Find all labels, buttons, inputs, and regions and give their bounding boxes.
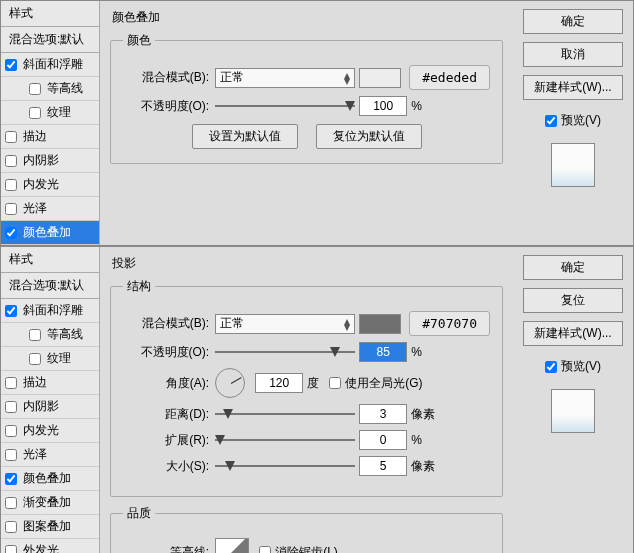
global-light-checkbox[interactable]: 使用全局光(G) <box>329 375 422 392</box>
sidebar-item-label: 颜色叠加 <box>23 224 71 241</box>
blend-mode-label: 混合模式(B): <box>123 315 209 332</box>
sidebar-item[interactable]: 内阴影 <box>1 395 99 419</box>
sidebar-item-checkbox[interactable] <box>5 131 17 143</box>
quality-legend: 品质 <box>123 505 155 522</box>
sidebar-item[interactable]: 光泽 <box>1 197 99 221</box>
structure-group: 结构 混合模式(B): 正常 ▴▾ #707070 不透明度(O): % 角度(… <box>110 278 503 497</box>
sidebar-item[interactable]: 渐变叠加 <box>1 491 99 515</box>
contour-label: 等高线: <box>123 544 209 554</box>
opacity-slider[interactable] <box>215 344 355 360</box>
spread-input[interactable] <box>359 430 407 450</box>
distance-input[interactable] <box>359 404 407 424</box>
sidebar-item-checkbox[interactable] <box>5 497 17 509</box>
color-hex-button[interactable]: #ededed <box>409 65 490 90</box>
sidebar-item-label: 纹理 <box>47 350 71 367</box>
sidebar-item[interactable]: 光泽 <box>1 443 99 467</box>
preview-checkbox[interactable]: 预览(V) <box>545 358 601 375</box>
distance-slider[interactable] <box>215 406 355 422</box>
distance-unit: 像素 <box>411 406 435 423</box>
distance-label: 距离(D): <box>123 406 209 423</box>
sidebar-item-checkbox[interactable] <box>5 155 17 167</box>
blend-mode-select[interactable]: 正常 ▴▾ <box>215 68 355 88</box>
select-arrows-icon: ▴▾ <box>344 318 350 330</box>
sidebar-item[interactable]: 内发光 <box>1 173 99 197</box>
contour-picker[interactable] <box>215 538 249 553</box>
blend-mode-select[interactable]: 正常 ▴▾ <box>215 314 355 334</box>
new-style-button[interactable]: 新建样式(W)... <box>523 75 623 100</box>
sidebar-item-checkbox[interactable] <box>5 179 17 191</box>
angle-knob[interactable] <box>215 368 245 398</box>
angle-input[interactable] <box>255 373 303 393</box>
sidebar-item[interactable]: 外发光 <box>1 539 99 553</box>
preview-label: 预览(V) <box>561 358 601 375</box>
sidebar-item-checkbox[interactable] <box>29 83 41 95</box>
sidebar-item[interactable]: 颜色叠加 <box>1 221 99 245</box>
sidebar-item[interactable]: 描边 <box>1 371 99 395</box>
cancel-button[interactable]: 取消 <box>523 42 623 67</box>
size-slider[interactable] <box>215 458 355 474</box>
sidebar-item-checkbox[interactable] <box>5 305 17 317</box>
sidebar-item-checkbox[interactable] <box>5 59 17 71</box>
ok-button[interactable]: 确定 <box>523 9 623 34</box>
antialiase-checkbox[interactable]: 消除锯齿(L) <box>259 544 338 554</box>
sidebar-item-label: 内阴影 <box>23 152 59 169</box>
opacity-slider[interactable] <box>215 98 355 114</box>
sidebar-item-checkbox[interactable] <box>29 107 41 119</box>
color-group: 颜色 混合模式(B): 正常 ▴▾ #ededed 不透明度(O): % 设置为 <box>110 32 503 164</box>
sidebar-item[interactable]: 斜面和浮雕 <box>1 299 99 323</box>
sidebar-item-checkbox[interactable] <box>5 545 17 554</box>
reset-default-button[interactable]: 复位为默认值 <box>316 124 422 149</box>
spread-slider[interactable] <box>215 432 355 448</box>
sidebar-item-checkbox[interactable] <box>5 425 17 437</box>
dialog-drop-shadow: 样式 混合选项:默认 斜面和浮雕等高线纹理描边内阴影内发光光泽颜色叠加渐变叠加图… <box>0 246 634 553</box>
sidebar-item[interactable]: 描边 <box>1 125 99 149</box>
sidebar-item[interactable]: 纹理 <box>1 101 99 125</box>
opacity-unit: % <box>411 345 422 359</box>
dialog-color-overlay: 样式 混合选项:默认 斜面和浮雕等高线纹理描边内阴影内发光光泽颜色叠加 颜色叠加… <box>0 0 634 246</box>
sidebar-item-checkbox[interactable] <box>5 377 17 389</box>
spread-unit: % <box>411 433 422 447</box>
sidebar-item-label: 斜面和浮雕 <box>23 56 83 73</box>
sidebar-item[interactable]: 纹理 <box>1 347 99 371</box>
sidebar-item[interactable]: 等高线 <box>1 323 99 347</box>
color-swatch[interactable] <box>359 314 401 334</box>
sidebar-item[interactable]: 内发光 <box>1 419 99 443</box>
sidebar-item-label: 等高线 <box>47 80 83 97</box>
sidebar-item-checkbox[interactable] <box>5 401 17 413</box>
sidebar-item-checkbox[interactable] <box>5 521 17 533</box>
right-panel: 确定 取消 新建样式(W)... 预览(V) <box>513 1 633 245</box>
color-swatch[interactable] <box>359 68 401 88</box>
structure-legend: 结构 <box>123 278 155 295</box>
set-default-button[interactable]: 设置为默认值 <box>192 124 298 149</box>
preview-swatch <box>551 143 595 187</box>
sidebar-item-checkbox[interactable] <box>29 353 41 365</box>
sidebar-item[interactable]: 图案叠加 <box>1 515 99 539</box>
sidebar-item[interactable]: 斜面和浮雕 <box>1 53 99 77</box>
opacity-input[interactable] <box>359 342 407 362</box>
sidebar-item-checkbox[interactable] <box>5 473 17 485</box>
reset-button[interactable]: 复位 <box>523 288 623 313</box>
blend-mode-value: 正常 <box>220 315 244 332</box>
antialiase-label: 消除锯齿(L) <box>275 544 338 554</box>
blend-options-link[interactable]: 混合选项:默认 <box>1 27 99 53</box>
sidebar-item-checkbox[interactable] <box>5 449 17 461</box>
sidebar-item-label: 外发光 <box>23 542 59 553</box>
sidebar-item-checkbox[interactable] <box>5 203 17 215</box>
size-input[interactable] <box>359 456 407 476</box>
ok-button[interactable]: 确定 <box>523 255 623 280</box>
sidebar-item[interactable]: 等高线 <box>1 77 99 101</box>
select-arrows-icon: ▴▾ <box>344 72 350 84</box>
section-title: 颜色叠加 <box>112 9 503 26</box>
sidebar-item[interactable]: 颜色叠加 <box>1 467 99 491</box>
sidebar-item-checkbox[interactable] <box>29 329 41 341</box>
new-style-button[interactable]: 新建样式(W)... <box>523 321 623 346</box>
right-panel: 确定 复位 新建样式(W)... 预览(V) <box>513 247 633 553</box>
sidebar-item-label: 渐变叠加 <box>23 494 71 511</box>
sidebar-item-checkbox[interactable] <box>5 227 17 239</box>
sidebar-item[interactable]: 内阴影 <box>1 149 99 173</box>
preview-checkbox[interactable]: 预览(V) <box>545 112 601 129</box>
opacity-input[interactable] <box>359 96 407 116</box>
color-hex-button[interactable]: #707070 <box>409 311 490 336</box>
preview-swatch <box>551 389 595 433</box>
blend-options-link[interactable]: 混合选项:默认 <box>1 273 99 299</box>
